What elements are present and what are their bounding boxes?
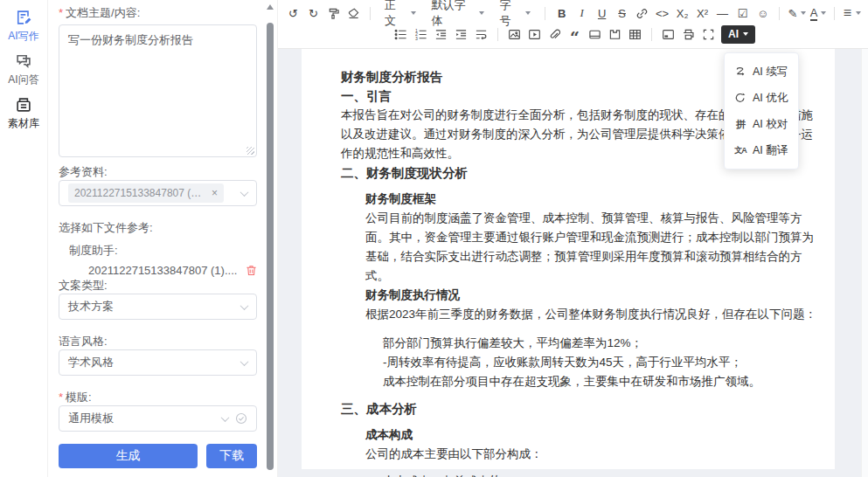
sidebar-item-ai-qa[interactable]: AI问答 [8,52,38,87]
doc-subheading-framework: 财务制度框架 [341,190,823,209]
caret-down-icon [801,11,806,15]
copy-type-value: 技术方案 [68,299,114,315]
topic-input[interactable]: 写一份财务制度分析报告 [59,24,257,157]
doc-paragraph: 公司的成本主要由以下部分构成： [341,445,823,464]
menu-item-ai-optimize[interactable]: AI 优化 [725,85,798,111]
redo-icon[interactable]: ↻ [303,3,323,23]
link-icon[interactable] [632,3,652,23]
chat-icon [15,52,32,70]
eraser-icon[interactable] [344,3,364,23]
ai-dropdown-button[interactable]: AI [721,25,755,44]
svg-text:3: 3 [415,35,418,40]
subscript-icon[interactable]: X₂ [672,3,692,23]
tag-remove-icon[interactable]: × [212,187,218,199]
paragraph-style-select[interactable]: 正文 [377,3,424,23]
card-icon[interactable] [585,24,605,44]
doc-spacer [341,391,823,399]
ai-proofread-icon: 拼 [734,118,746,131]
doc-list-item: 部分部门预算执行偏差较大，平均偏差率为12%； [341,334,823,353]
superscript-icon[interactable]: X² [692,3,712,23]
caret-down-icon [821,11,826,15]
italic-icon[interactable]: I [572,3,592,23]
print-icon[interactable] [678,24,698,44]
font-size-select[interactable]: 字号 [492,3,539,23]
topic-textarea-wrap: 写一份财务制度分析报告 [59,24,257,157]
blockquote-icon[interactable]: “ [565,24,585,44]
attachment-icon[interactable] [545,24,565,44]
template-select[interactable]: 通用模板 [59,405,257,432]
file-ref-label: 选择如下文件参考: [59,220,257,236]
format-painter-icon[interactable] [323,3,344,23]
download-button[interactable]: 下载 [206,444,257,468]
underline-icon[interactable]: U [592,3,612,23]
code-icon[interactable]: <> [652,3,672,23]
resize-handle[interactable] [247,147,254,155]
font-family-select[interactable]: 默认字体 [424,3,492,23]
editor-scrollbar-track[interactable] [861,49,868,477]
caret-down-icon [856,11,861,15]
template-label: *模版: [59,390,257,405]
form-actions: 生成 下载 [59,444,257,468]
caret-down-icon [411,11,416,15]
highlight-pen-icon[interactable]: ✎ [786,3,808,23]
toolbar-separator [834,7,835,20]
caret-down-icon [479,11,484,15]
generation-form-panel: *文档主题/内容: 写一份财务制度分析报告 参考资料: 202112271513… [48,0,278,477]
doc-list-item: -周转效率有待提高，应收账款周转天数为45天，高于行业平均水平； [341,353,823,372]
scrollbar-thumb[interactable] [267,23,274,470]
template-value: 通用模板 [68,411,114,426]
bold-icon[interactable]: B [552,3,572,23]
fullscreen-icon[interactable] [698,24,719,44]
chevron-down-icon [240,301,249,310]
copy-type-select[interactable]: 技术方案 [59,294,257,320]
lang-style-label: 语言风格: [59,334,257,349]
sidebar-item-ai-write[interactable]: AI写作 [8,9,38,44]
doc-heading-cost: 三、成本分析 [341,399,823,418]
emoji-icon[interactable]: ☺ [753,3,773,23]
write-icon [15,9,32,26]
toolbar-row-2: 123 “ [283,24,863,45]
lang-style-select[interactable]: 学术风格 [59,349,257,376]
menu-item-ai-proofread[interactable]: 拼 AI 校对 [725,111,798,137]
topic-label: *文档主题/内容: [59,5,257,21]
snippet-icon[interactable] [605,24,625,44]
ordered-list-icon[interactable]: 123 [411,24,431,44]
ai-translate-icon: 文A [734,145,746,156]
doc-list-item: 人力成本：占总成本的35%； [341,472,823,477]
trash-icon[interactable] [246,265,257,276]
menu-item-ai-translate[interactable]: 文A AI 翻译 [725,137,798,163]
font-color-icon[interactable]: A [808,3,828,23]
scroll-up-icon[interactable] [267,4,274,10]
task-checkbox-icon[interactable]: ☑ [733,3,753,23]
outdent-icon[interactable] [431,24,451,44]
align-icon[interactable]: ≡ [841,3,863,23]
chevron-down-icon [240,188,249,197]
horizontal-rule-icon[interactable]: — [712,3,733,23]
undo-icon[interactable]: ↺ [283,3,303,23]
strikethrough-icon[interactable]: S [612,3,632,23]
table-icon[interactable] [625,24,645,44]
panel-scrollbar[interactable] [266,0,274,477]
indent-icon[interactable] [451,24,471,44]
doc-paragraph: 根据2023年前三季度的财务数据，公司整体财务制度执行情况良好，但存在以下问题： [341,305,823,324]
bullet-list-icon[interactable] [391,24,411,44]
toolbar-row-1: ↺ ↻ 正文 默认字体 字号 B I U S [283,3,863,24]
panel-icon[interactable] [658,24,678,44]
file-name: 2021122715133847807 (1).... [88,264,237,277]
caret-down-icon [525,11,531,15]
text-wrap-icon[interactable] [471,24,491,44]
toolbar-separator [497,28,498,41]
image-icon[interactable] [504,24,524,44]
copy-type-label: 文案类型: [59,278,257,294]
doc-spacer [341,324,823,334]
app-sidebar: AI写作 AI问答 素材库 [0,0,48,477]
ai-dropdown-menu: AI 续写 AI 优化 拼 AI 校对 文A AI 翻译 [724,52,799,169]
reference-select[interactable]: 2021122715133847807 (1).... × [59,180,257,206]
video-icon[interactable] [524,24,545,44]
reference-tag: 2021122715133847807 (1).... × [68,183,224,203]
generate-button[interactable]: 生成 [59,444,198,468]
sidebar-item-library[interactable]: 素材库 [8,96,39,131]
menu-item-ai-continue[interactable]: AI 续写 [725,59,798,85]
ai-continue-icon [734,66,746,78]
lang-style-value: 学术风格 [68,355,114,370]
